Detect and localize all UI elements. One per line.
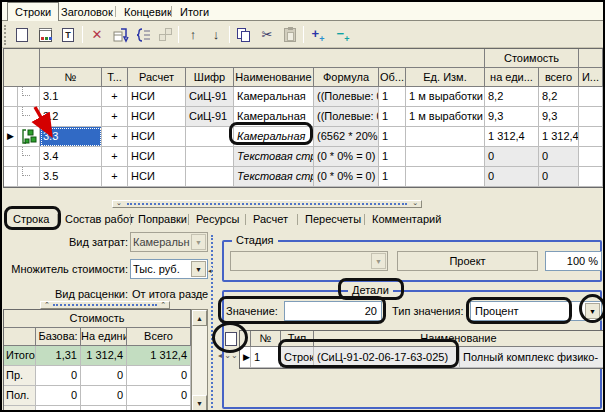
col-header-shifr[interactable]: Шифр (186, 68, 234, 87)
cost-col-base[interactable]: Базова: (36, 328, 81, 346)
cell-formula[interactable]: (6562 * 20% = (314, 127, 379, 147)
detail-cell-code[interactable]: (СиЦ-91-02-06-17-63-025) (314, 347, 460, 368)
col-header-ob[interactable]: Об... (379, 68, 406, 87)
cell-formula[interactable]: (0 * 0% = 0) (314, 147, 379, 167)
detail-col-name[interactable]: Наименование (314, 331, 604, 347)
cell-ob[interactable]: 1 (379, 147, 406, 167)
cell-ed[interactable] (406, 167, 485, 187)
cell-i[interactable] (579, 147, 603, 167)
row-header[interactable] (4, 147, 18, 167)
remove-plus-icon[interactable]: −+ (332, 24, 354, 45)
cell-shifr[interactable]: СиЦ-91 (186, 87, 234, 107)
cell-num[interactable]: 3.5 (40, 167, 102, 187)
col-header-total[interactable]: всего (539, 68, 579, 87)
cost-cell[interactable]: 1 312,4 (127, 346, 191, 366)
tab-koncevik[interactable]: Концевик (117, 3, 179, 21)
move-down-icon[interactable]: ↓ (205, 24, 227, 45)
cost-cell[interactable]: 0 (81, 366, 127, 386)
cell-per-unit[interactable]: 0 (485, 167, 539, 187)
tab-popravki[interactable]: Поправки (133, 211, 192, 228)
cell-num[interactable]: 3.1 (40, 87, 102, 107)
cell-per-unit[interactable]: 9,3 (485, 107, 539, 127)
col-header-i[interactable]: И... (579, 68, 603, 87)
multiplier-combobox[interactable]: Тыс. руб.▼ (130, 259, 208, 279)
delete-icon[interactable]: ✕ (86, 24, 108, 45)
cell-t[interactable]: + (102, 167, 128, 187)
detail-cell-num[interactable]: 1 (251, 347, 281, 368)
cell-shifr[interactable]: СиЦ-91 (186, 107, 234, 127)
cell-i[interactable] (579, 127, 603, 147)
cost-table-scrollbar[interactable]: ▲ ▼ (191, 309, 208, 412)
cell-ob[interactable]: 1 (379, 127, 406, 147)
cell-num-selected[interactable]: 3.3 (40, 127, 102, 147)
cut-icon[interactable]: ✂ (256, 24, 278, 45)
tab-kommentariy[interactable]: Комментарий (367, 211, 446, 228)
text-document-icon[interactable]: Т (57, 24, 79, 45)
cell-ob[interactable]: 1 (379, 87, 406, 107)
col-header-per-unit[interactable]: на еди... (485, 68, 539, 87)
cell-total[interactable]: 0 (539, 167, 579, 187)
row-header[interactable] (4, 107, 18, 127)
copy-icon[interactable] (233, 24, 255, 45)
cost-col-total[interactable]: Всего (127, 328, 191, 346)
cell-ed[interactable] (406, 127, 485, 147)
percent-input[interactable]: 100 % (545, 251, 602, 271)
scroll-down-icon[interactable]: ▼ (192, 395, 207, 411)
cell-total[interactable]: 1 312,4 (539, 127, 579, 147)
cost-cell[interactable]: 0 (36, 386, 81, 406)
chevron-down-icon[interactable]: ▼ (585, 303, 600, 319)
horizontal-splitter[interactable]: ⌄ ⌄ (112, 200, 422, 208)
cost-cell[interactable]: 1,31 (36, 406, 81, 412)
move-up-icon[interactable]: ↑ (182, 24, 204, 45)
cell-raschet[interactable]: НСИ (128, 127, 186, 147)
cell-ob[interactable]: 1 (379, 107, 406, 127)
toolbar-drag-handle[interactable] (4, 25, 8, 45)
cell-t[interactable]: + (102, 107, 128, 127)
col-header-ed[interactable]: Ед. Изм. (406, 68, 485, 87)
detail-col-type[interactable]: Тип (281, 331, 314, 347)
tab-raschet[interactable]: Расчет (248, 211, 293, 228)
cell-per-unit[interactable]: 0 (485, 147, 539, 167)
tab-sostav-rabot[interactable]: Состав работ (60, 211, 139, 228)
row-header[interactable] (4, 167, 18, 187)
detail-cell-type[interactable]: Строка (281, 347, 314, 368)
value-input[interactable]: 20 (284, 301, 382, 321)
cell-t[interactable]: + (102, 127, 128, 147)
cell-total[interactable]: 9,3 (539, 107, 579, 127)
cell-shifr[interactable] (186, 147, 234, 167)
cell-ed[interactable]: 1 м выработки (406, 87, 485, 107)
cost-col-per-unit[interactable]: На едини (81, 328, 127, 346)
move-into-group-icon[interactable] (110, 24, 132, 45)
cell-ed[interactable]: 1 м выработки (406, 107, 485, 127)
row-header[interactable] (4, 87, 18, 107)
cell-num[interactable]: 3.4 (40, 147, 102, 167)
tab-pereschety[interactable]: Пересчеты (300, 211, 366, 228)
cell-total[interactable]: 8,2 (539, 87, 579, 107)
cell-ed[interactable] (406, 147, 485, 167)
cell-per-unit[interactable]: 8,2 (485, 87, 539, 107)
cell-raschet[interactable]: НСИ (128, 87, 186, 107)
tab-stroki[interactable]: Строки (7, 2, 59, 21)
cell-name-annotated[interactable]: Камеральная (234, 127, 314, 147)
cost-cell[interactable]: 0 (36, 366, 81, 386)
cost-cell[interactable]: 1 312,4 (81, 406, 127, 412)
cell-t[interactable]: + (102, 147, 128, 167)
value-type-combobox[interactable]: Процент ▼ (470, 301, 602, 321)
cell-total[interactable]: 0 (539, 147, 579, 167)
cell-i[interactable] (579, 167, 603, 187)
cell-raschet[interactable]: НСИ (128, 147, 186, 167)
cost-cell[interactable]: 0 (81, 386, 127, 406)
cell-name[interactable]: Камеральная (234, 107, 314, 127)
new-document-icon[interactable] (11, 24, 33, 45)
add-plus-icon[interactable]: ++ (307, 24, 329, 45)
col-header-num[interactable]: № (40, 68, 102, 87)
cell-formula[interactable]: ((Полевые: 0; (314, 107, 379, 127)
cell-num[interactable]: 3.2 (40, 107, 102, 127)
col-header-raschet[interactable]: Расчет (128, 68, 186, 87)
cost-cell[interactable]: 1 312,4 (81, 346, 127, 366)
cell-i[interactable] (579, 87, 603, 107)
tab-itogi[interactable]: Итоги (173, 3, 216, 21)
detail-col-num[interactable]: № (251, 331, 281, 347)
col-header-name[interactable]: Наименование (234, 68, 314, 87)
cost-cell[interactable]: 1,31 (36, 346, 81, 366)
